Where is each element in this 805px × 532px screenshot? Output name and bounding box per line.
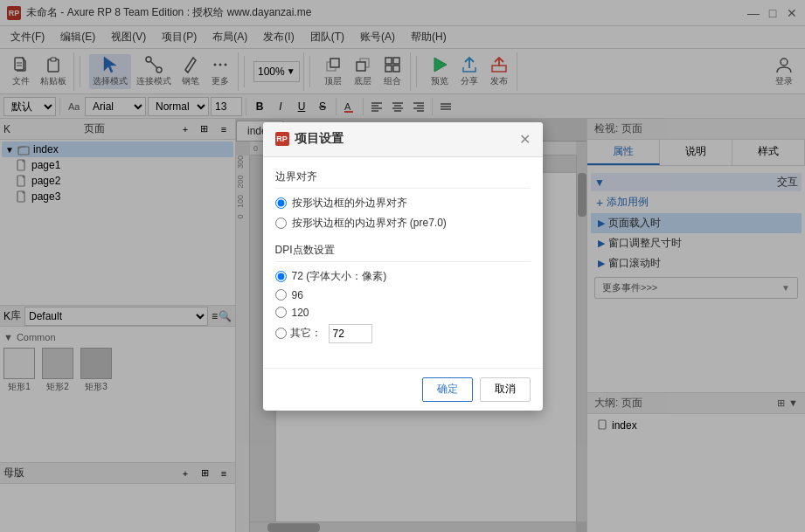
modal-close-button[interactable]: ✕ <box>519 131 531 148</box>
dpi-other-option[interactable]: 其它： <box>275 324 531 343</box>
dpi-other-label: 其它： <box>290 326 322 341</box>
modal-footer: 确定 取消 <box>263 368 543 411</box>
modal-title: RP 项目设置 <box>275 131 344 147</box>
dpi-72-radio[interactable] <box>275 271 287 282</box>
cancel-button[interactable]: 取消 <box>480 377 531 402</box>
modal-body: 边界对齐 按形状边框的外边界对齐 按形状边框的内边界对齐 (pre7.0) DP… <box>263 157 543 368</box>
border-align-section: 边界对齐 按形状边框的外边界对齐 按形状边框的内边界对齐 (pre7.0) <box>275 169 531 231</box>
modal-title-text: 项目设置 <box>295 131 344 147</box>
dpi-120-label: 120 <box>292 307 309 319</box>
border-inner-label: 按形状边框的内边界对齐 (pre7.0) <box>292 216 447 231</box>
dpi-section: DPI点数设置 72 (字体大小：像素) 96 120 <box>275 243 531 343</box>
modal-overlay: RP 项目设置 ✕ 边界对齐 按形状边框的外边界对齐 按形状边框的内边界对齐 (… <box>0 0 805 532</box>
dpi-96-option[interactable]: 96 <box>275 289 531 301</box>
border-align-options: 按形状边框的外边界对齐 按形状边框的内边界对齐 (pre7.0) <box>275 196 531 231</box>
border-inner-option[interactable]: 按形状边框的内边界对齐 (pre7.0) <box>275 216 531 231</box>
dpi-120-radio[interactable] <box>275 307 287 318</box>
border-outer-option[interactable]: 按形状边框的外边界对齐 <box>275 196 531 211</box>
border-outer-radio[interactable] <box>275 197 287 209</box>
border-inner-radio[interactable] <box>275 218 287 229</box>
confirm-button[interactable]: 确定 <box>422 377 473 402</box>
project-settings-modal: RP 项目设置 ✕ 边界对齐 按形状边框的外边界对齐 按形状边框的内边界对齐 (… <box>263 122 543 411</box>
dpi-96-radio[interactable] <box>275 289 287 301</box>
dpi-other-radio[interactable] <box>275 328 287 339</box>
dpi-section-label: DPI点数设置 <box>275 243 531 262</box>
modal-header: RP 项目设置 ✕ <box>263 122 543 157</box>
dpi-options: 72 (字体大小：像素) 96 120 其它： <box>275 269 531 343</box>
dpi-96-label: 96 <box>292 289 303 301</box>
dpi-72-option[interactable]: 72 (字体大小：像素) <box>275 269 531 284</box>
dpi-120-option[interactable]: 120 <box>275 307 531 319</box>
modal-logo: RP <box>275 132 289 146</box>
border-align-label: 边界对齐 <box>275 169 531 189</box>
dpi-72-label: 72 (字体大小：像素) <box>292 269 387 284</box>
border-outer-label: 按形状边框的外边界对齐 <box>292 196 407 211</box>
dpi-other-input[interactable] <box>329 324 372 343</box>
